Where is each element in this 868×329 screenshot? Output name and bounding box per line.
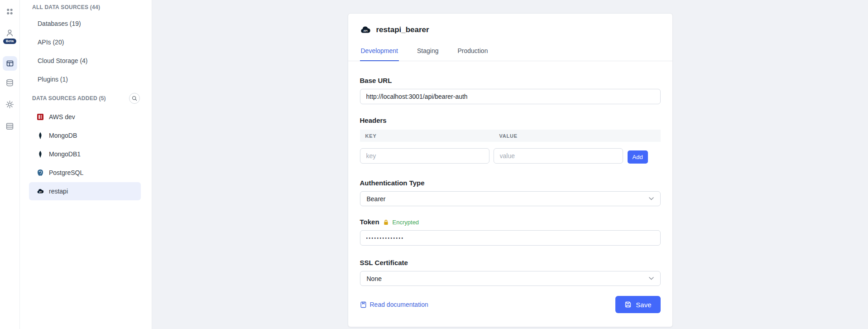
- users-icon[interactable]: [5, 28, 14, 37]
- svg-text:API: API: [363, 29, 368, 32]
- sidebar-item-postgresql[interactable]: PostgreSQL: [29, 164, 141, 182]
- restapi-cloud-icon: API: [360, 25, 371, 34]
- sidebar-item-mongodb1[interactable]: MongoDB1: [29, 145, 141, 163]
- settings-icon[interactable]: [5, 100, 14, 109]
- sidebar-item-mongodb[interactable]: MongoDB: [29, 126, 141, 145]
- environment-tabs: Development Staging Production: [348, 46, 672, 61]
- token-label: Token: [360, 218, 379, 226]
- tab-staging[interactable]: Staging: [416, 46, 439, 61]
- ssl-certificate-select[interactable]: None: [360, 271, 661, 286]
- mongodb-icon: [37, 132, 44, 139]
- sidebar-item-restapi[interactable]: API restapi: [29, 182, 141, 200]
- documentation-icon: [360, 301, 367, 308]
- sidebar-item-label: AWS dev: [49, 113, 75, 121]
- header-value-input[interactable]: [494, 148, 623, 164]
- datasource-config-panel: API restapi_bearer Development Staging P…: [348, 13, 673, 327]
- aws-icon: [37, 113, 44, 121]
- ssl-certificate-label: SSL Certificate: [360, 259, 661, 267]
- sidebar-item-plugins[interactable]: Plugins (1): [20, 70, 152, 88]
- base-url-input[interactable]: [360, 89, 661, 104]
- datasource-sidebar: ALL DATA SOURCES (44) Databases (19) API…: [20, 0, 152, 329]
- read-documentation-link[interactable]: Read documentation: [360, 301, 428, 308]
- sidebar-item-databases[interactable]: Databases (19): [20, 14, 152, 33]
- add-header-button[interactable]: Add: [628, 150, 648, 164]
- apps-grid-icon[interactable]: [5, 7, 14, 16]
- main-area: API restapi_bearer Development Staging P…: [152, 0, 868, 329]
- headers-table-header: KEY VALUE: [360, 130, 661, 142]
- mongodb-icon: [37, 150, 44, 158]
- sidebar-item-apis[interactable]: APIs (20): [20, 33, 152, 51]
- sidebar-item-label: MongoDB1: [49, 150, 81, 158]
- all-datasources-header: ALL DATA SOURCES (44): [20, 0, 152, 14]
- value-column-header: VALUE: [494, 133, 518, 139]
- lock-icon: [383, 219, 389, 225]
- chevron-down-icon: [649, 277, 654, 280]
- beta-badge: Beta: [3, 39, 16, 44]
- sidebar-item-label: restapi: [49, 188, 68, 195]
- nav-rail: Beta: [0, 0, 20, 329]
- sidebar-item-label: MongoDB: [49, 132, 77, 139]
- audit-logs-icon[interactable]: [5, 121, 14, 131]
- restapi-cloud-icon: API: [37, 188, 44, 195]
- svg-text:API: API: [39, 191, 42, 193]
- encrypted-badge: Encrypted: [393, 219, 419, 226]
- save-button[interactable]: Save: [615, 296, 660, 313]
- sidebar-item-label: PostgreSQL: [49, 169, 83, 176]
- chevron-down-icon: [649, 197, 654, 200]
- auth-type-label: Authentication Type: [360, 179, 661, 187]
- added-datasources-header: DATA SOURCES ADDED (5): [32, 95, 106, 102]
- data-sources-icon[interactable]: [3, 56, 17, 71]
- auth-type-value: Bearer: [367, 195, 386, 203]
- page-title: restapi_bearer: [376, 25, 429, 34]
- headers-label: Headers: [360, 116, 661, 125]
- search-icon: [132, 96, 137, 101]
- base-url-label: Base URL: [360, 77, 661, 85]
- auth-type-select[interactable]: Bearer: [360, 191, 661, 206]
- header-key-input[interactable]: [360, 148, 489, 164]
- postgresql-icon: [37, 169, 44, 176]
- sidebar-item-cloud-storage[interactable]: Cloud Storage (4): [20, 51, 152, 70]
- search-button[interactable]: [129, 93, 140, 104]
- key-column-header: KEY: [360, 133, 494, 139]
- sidebar-item-aws-dev[interactable]: AWS dev: [29, 108, 141, 126]
- database-icon[interactable]: [5, 78, 14, 87]
- ssl-certificate-value: None: [367, 275, 382, 282]
- token-input[interactable]: [360, 230, 661, 246]
- save-icon: [624, 301, 632, 308]
- tab-production[interactable]: Production: [456, 46, 489, 61]
- tab-development[interactable]: Development: [360, 46, 399, 61]
